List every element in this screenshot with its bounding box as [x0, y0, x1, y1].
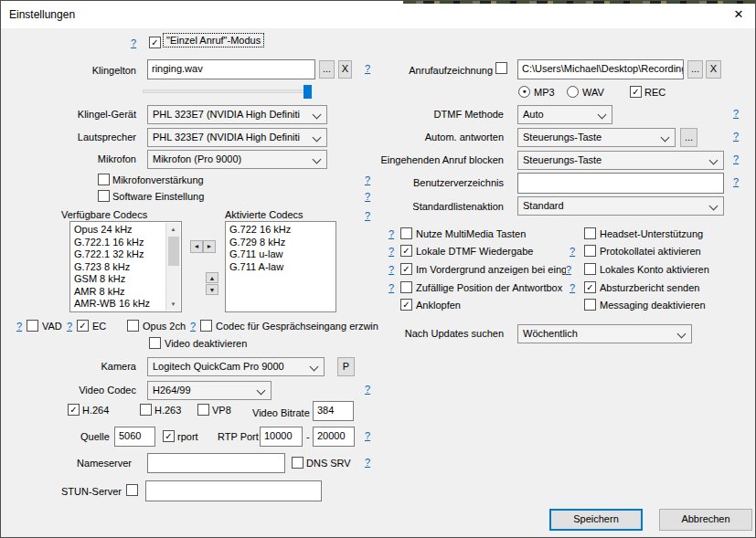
rtp-port-to-input[interactable]: 20000 — [313, 427, 355, 447]
help-vad[interactable]: ? — [16, 321, 22, 332]
force-codec-checkbox[interactable] — [200, 320, 212, 332]
local-dtmf-checkbox[interactable]: ✓ — [400, 245, 412, 257]
help-codecs[interactable]: ? — [365, 210, 370, 221]
move-up-button[interactable]: ▲ — [206, 272, 218, 283]
scrollbar[interactable]: ▲ ▼ — [165, 223, 180, 311]
stun-server-checkbox[interactable] — [126, 484, 138, 496]
rec-checkbox[interactable]: ✓ — [630, 86, 642, 98]
recording-path-input[interactable]: C:\Users\Michael\Desktop\Recording — [517, 59, 684, 79]
list-item[interactable]: G.722 16 kHz — [229, 224, 335, 237]
help-user-directory[interactable]: ? — [733, 176, 739, 187]
help-ringtone[interactable]: ? — [365, 63, 370, 74]
vp8-checkbox[interactable] — [197, 404, 209, 416]
scroll-up-icon[interactable]: ▲ — [166, 223, 180, 236]
ringtone-clear-button[interactable]: X — [338, 60, 352, 79]
list-item[interactable]: G.711 u-law — [229, 248, 335, 261]
rtp-port-from-input[interactable]: 10000 — [260, 427, 303, 447]
single-call-checkbox[interactable]: ✓ — [149, 37, 161, 48]
recording-checkbox[interactable] — [495, 62, 507, 74]
help-video-codec[interactable]: ? — [365, 384, 370, 395]
software-setting-checkbox[interactable] — [98, 190, 110, 202]
opus-2ch-checkbox[interactable] — [127, 320, 139, 332]
local-account-checkbox[interactable] — [584, 263, 596, 275]
help-crash-report[interactable]: ? — [570, 282, 575, 293]
help-block-incoming[interactable]: ? — [733, 153, 739, 164]
recording-clear-button[interactable]: X — [706, 60, 721, 79]
list-item[interactable]: G.729 8 kHz — [229, 237, 335, 249]
speaker-select[interactable]: PHL 323E7 (NVIDIA High Definiti — [147, 128, 327, 147]
h263-checkbox[interactable] — [140, 404, 152, 416]
move-right-button[interactable]: ► — [203, 240, 216, 253]
help-local-dtmf[interactable]: ? — [389, 246, 394, 257]
h264-checkbox[interactable]: ✓ — [68, 404, 80, 416]
help-ec[interactable]: ? — [67, 321, 72, 332]
crash-report-checkbox[interactable]: ✓ — [584, 281, 596, 293]
vad-checkbox[interactable] — [27, 320, 38, 332]
headset-checkbox[interactable] — [584, 227, 596, 239]
volume-slider-handle[interactable] — [303, 85, 312, 99]
scroll-down-icon[interactable]: ▼ — [166, 298, 180, 311]
save-button[interactable]: Speichern — [549, 509, 643, 531]
stun-server-input[interactable] — [145, 480, 322, 501]
updates-select[interactable]: Wöchentlich — [517, 324, 692, 343]
scrollbar-thumb[interactable] — [168, 237, 179, 266]
close-icon[interactable]: ✕ — [728, 5, 750, 24]
ringtone-input[interactable]: ringing.wav — [147, 59, 315, 79]
move-down-button[interactable]: ▼ — [206, 284, 218, 295]
help-multimedia[interactable]: ? — [389, 228, 394, 239]
block-incoming-select[interactable]: Steuerungs-Taste — [517, 151, 724, 170]
wav-radio[interactable] — [567, 86, 579, 98]
help-dtmf[interactable]: ? — [733, 108, 739, 119]
dtmf-method-select[interactable]: Auto — [517, 105, 612, 124]
help-single-call[interactable]: ? — [131, 37, 136, 48]
move-left-button[interactable]: ◄ — [190, 240, 203, 253]
foreground-checkbox[interactable]: ✓ — [400, 263, 412, 275]
recording-browse-button[interactable]: ... — [687, 60, 703, 79]
video-codec-select[interactable]: H264/99 — [147, 381, 272, 400]
mp3-radio[interactable]: ● — [518, 86, 530, 98]
logfile-checkbox[interactable] — [584, 245, 596, 257]
microphone-select[interactable]: Mikrofon (Pro 9000) — [147, 150, 327, 169]
help-random-position[interactable]: ? — [389, 282, 394, 293]
help-nameserver[interactable]: ? — [365, 457, 370, 468]
auto-answer-value: Steuerungs-Taste — [523, 132, 602, 142]
auto-answer-select[interactable]: Steuerungs-Taste — [517, 128, 676, 147]
camera-properties-button[interactable]: P — [337, 357, 355, 376]
help-auto-answer[interactable]: ? — [733, 131, 739, 142]
help-software-setting[interactable]: ? — [365, 191, 370, 202]
help-force-codec[interactable]: ? — [190, 321, 196, 332]
disable-video-checkbox[interactable] — [149, 337, 161, 349]
force-codec-label: Codec für Gesprächseingang erzwinge — [216, 321, 378, 332]
ringtone-browse-button[interactable]: ... — [319, 60, 335, 79]
cancel-button[interactable]: Abbrechen — [659, 509, 752, 531]
block-incoming-label: Eingehenden Anruf blocken — [376, 154, 504, 165]
source-port-input[interactable]: 5060 — [114, 427, 155, 447]
auto-answer-browse-button[interactable]: ... — [680, 128, 697, 147]
available-codecs-list[interactable]: Opus 24 kHz G.722.1 16 kHz G.722.1 32 kH… — [69, 221, 182, 312]
call-waiting-checkbox[interactable]: ✓ — [400, 299, 412, 311]
h264-label: H.264 — [82, 405, 109, 416]
vp8-label: VP8 — [212, 405, 231, 416]
list-action-select[interactable]: Standard — [517, 196, 724, 216]
help-ports[interactable]: ? — [365, 430, 370, 441]
nameserver-input[interactable] — [147, 453, 285, 473]
multimedia-keys-checkbox[interactable] — [400, 227, 412, 239]
ec-checkbox[interactable]: ✓ — [77, 320, 89, 332]
camera-select[interactable]: Logitech QuickCam Pro 9000 — [147, 357, 325, 376]
disable-messaging-checkbox[interactable] — [584, 299, 596, 311]
active-codecs-list[interactable]: G.722 16 kHz G.729 8 kHz G.711 u-law G.7… — [225, 221, 336, 312]
help-mic-gain[interactable]: ? — [365, 174, 370, 185]
volume-slider-track[interactable] — [143, 90, 312, 93]
dns-srv-checkbox[interactable] — [292, 457, 303, 469]
rport-checkbox[interactable]: ✓ — [163, 430, 175, 442]
help-foreground[interactable]: ? — [389, 264, 394, 275]
ring-device-select[interactable]: PHL 323E7 (NVIDIA High Definiti — [147, 105, 327, 124]
list-item[interactable]: G.711 A-law — [229, 261, 335, 274]
mic-gain-checkbox[interactable] — [98, 174, 110, 185]
help-logfile[interactable]: ? — [570, 246, 575, 257]
random-position-checkbox[interactable] — [400, 281, 412, 293]
video-bitrate-input[interactable]: 384 — [313, 401, 354, 421]
user-directory-input[interactable] — [517, 173, 724, 194]
help-local-account[interactable]: ? — [566, 264, 571, 275]
vad-label: VAD — [42, 321, 62, 332]
